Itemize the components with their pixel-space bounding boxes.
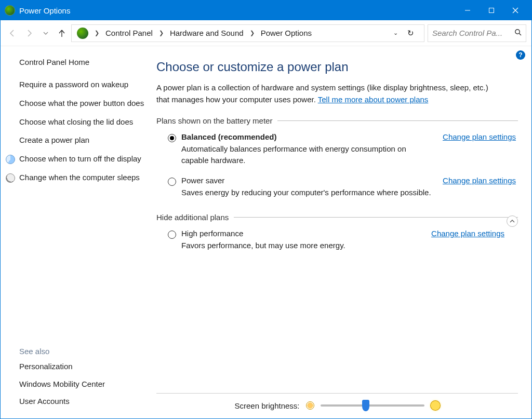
moon-icon [6,173,15,183]
nav-back-button[interactable] [6,26,19,40]
see-also-personalization[interactable]: Personalization [19,361,147,372]
plan-description: Saves energy by reducing your computer's… [181,187,432,199]
plan-name[interactable]: Balanced (recommended) [181,132,432,141]
chevron-right-icon: ❯ [157,30,166,36]
brightness-label: Screen brightness: [234,401,299,410]
svg-rect-1 [489,8,494,13]
additional-plans-group: Hide additional plans High performance F… [156,213,518,254]
titlebar: Power Options [1,1,531,20]
page-title: Choose or customize a power plan [156,60,518,74]
sidebar: Control Panel Home Require a password on… [1,46,156,418]
control-panel-icon [77,28,88,39]
breadcrumb[interactable]: ❯ Control Panel ❯ Hardware and Sound ❯ P… [71,24,424,42]
minimize-button[interactable] [456,1,480,20]
svg-line-5 [519,33,521,35]
plan-name[interactable]: Power saver [181,176,432,185]
intro-text: A power plan is a collection of hardware… [156,82,499,106]
main-content: Choose or customize a power plan A power… [156,46,531,418]
window-title: Power Options [19,6,70,15]
search-placeholder: Search Control Pa... [432,29,511,37]
see-also-section: See also Personalization Windows Mobilit… [19,285,147,413]
change-plan-settings-link[interactable]: Change plan settings [443,132,516,167]
collapse-toggle[interactable] [507,215,518,227]
recent-locations-dropdown[interactable] [39,26,52,40]
nav-forward-button[interactable] [22,26,36,40]
svg-point-4 [515,30,520,34]
breadcrumb-item[interactable]: Power Options [259,28,314,38]
plan-radio-power-saver[interactable] [168,178,176,186]
brightness-slider[interactable] [321,404,424,407]
sidebar-link-create-plan[interactable]: Create a power plan [19,134,147,146]
group-legend: Plans shown on the battery meter [156,116,277,125]
sidebar-link-power-button[interactable]: Choose what the power button does [19,98,147,109]
chevron-right-icon: ❯ [92,30,101,36]
plan-name[interactable]: High performance [181,229,421,238]
plan-high-performance: High performance Favors performance, but… [156,222,507,254]
tell-me-more-link[interactable]: Tell me more about power plans [318,95,429,104]
power-options-window: Power Options ❯ Control Panel ❯ [0,0,532,419]
plan-description: Automatically balances performance with … [181,143,432,167]
breadcrumb-item[interactable]: Hardware and Sound [168,28,246,38]
change-plan-settings-link[interactable]: Change plan settings [431,229,504,252]
control-panel-home-link[interactable]: Control Panel Home [19,58,147,66]
sidebar-link-password[interactable]: Require a password on wakeup [19,79,147,90]
change-plan-settings-link[interactable]: Change plan settings [443,176,516,199]
see-also-header: See also [19,347,147,356]
breadcrumb-item[interactable]: Control Panel [103,28,155,38]
sidebar-link-close-lid[interactable]: Choose what closing the lid does [19,116,147,128]
search-input[interactable]: Search Control Pa... [428,24,526,42]
refresh-button[interactable]: ↻ [403,29,418,38]
chevron-right-icon: ❯ [248,30,257,36]
clock-icon [6,155,15,164]
search-icon [514,29,522,37]
sun-bright-icon [431,401,440,410]
close-button[interactable] [503,1,527,20]
slider-thumb[interactable] [362,400,369,411]
plan-radio-balanced[interactable] [168,134,176,142]
plan-radio-high-performance[interactable] [168,231,176,239]
brightness-footer: Screen brightness: [156,393,518,413]
plan-description: Favors performance, but may use more ene… [181,240,421,252]
body: ? Control Panel Home Require a password … [1,46,531,418]
help-icon[interactable]: ? [516,50,525,60]
sun-dim-icon [306,401,314,410]
nav-up-button[interactable] [56,27,68,39]
power-options-icon [5,5,15,16]
plan-power-saver: Power saver Saves energy by reducing you… [156,169,518,201]
sidebar-link-display-off[interactable]: Choose when to turn off the display [6,153,147,165]
maximize-button[interactable] [480,1,503,20]
group-legend: Hide additional plans [156,213,234,222]
navbar: ❯ Control Panel ❯ Hardware and Sound ❯ P… [1,20,531,46]
plan-balanced: Balanced (recommended) Automatically bal… [156,125,518,169]
see-also-mobility-center[interactable]: Windows Mobility Center [19,379,147,390]
battery-meter-plans-group: Plans shown on the battery meter Balance… [156,116,518,201]
chevron-down-icon[interactable]: ⌄ [393,30,398,36]
see-also-user-accounts[interactable]: User Accounts [19,396,147,407]
sidebar-link-sleep[interactable]: Change when the computer sleeps [6,172,147,183]
